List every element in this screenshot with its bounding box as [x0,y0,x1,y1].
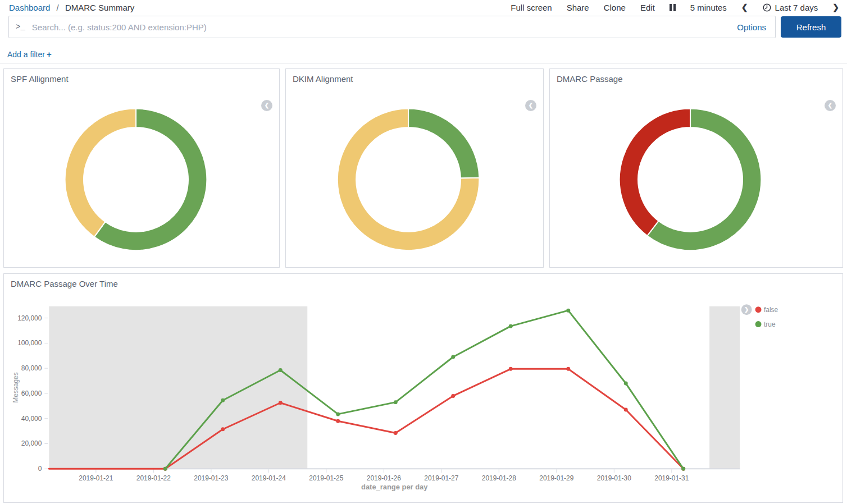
svg-text:true: true [764,320,776,328]
plus-icon: + [47,49,52,59]
legend-toggle-icon[interactable]: ❯ [741,304,752,315]
edit-button[interactable]: Edit [640,3,655,12]
data-point-true[interactable] [394,400,398,404]
y-tick-label: 120,000 [17,314,42,322]
search-box: >_ Options [8,16,776,38]
kibana-dashboard-page: Dashboard / DMARC Summary Full screen Sh… [0,0,847,504]
data-point-true[interactable] [451,355,455,359]
panel-dmarc-passage: DMARC Passage ❮ [549,68,843,268]
y-tick-label: 0 [38,465,42,473]
dashboard-actions: Full screen Share Clone Edit 5 minutes ❮… [511,3,839,12]
legend-toggle-icon[interactable]: ❮ [825,100,836,111]
time-range-label: Last 7 days [775,3,818,12]
share-button[interactable]: Share [567,3,589,12]
y-tick-label: 20,000 [21,439,42,447]
full-screen-button[interactable]: Full screen [511,3,552,12]
console-prompt-icon: >_ [9,22,32,31]
y-tick-label: 60,000 [21,390,42,397]
breadcrumb: Dashboard / DMARC Summary [9,3,134,12]
data-point-true[interactable] [221,398,225,402]
breadcrumb-dashboard-link[interactable]: Dashboard [9,3,50,12]
data-point-false[interactable] [336,419,340,423]
x-tick-label: 2019-01-30 [597,474,631,482]
data-point-true[interactable] [509,324,513,328]
top-bar: Dashboard / DMARC Summary Full screen Sh… [0,0,847,15]
legend-toggle-icon[interactable]: ❮ [525,100,536,111]
donut-slice-red[interactable] [620,109,690,236]
time-back-icon[interactable]: ❮ [741,3,748,12]
data-point-true[interactable] [566,309,570,313]
y-tick-label: 100,000 [17,339,42,347]
x-tick-label: 2019-01-26 [367,474,401,482]
x-tick-label: 2019-01-28 [482,474,516,482]
data-point-true[interactable] [624,382,628,386]
panel-dmarc-passage-over-time: DMARC Passage Over Time 2019-01-212019-0… [3,273,843,503]
y-tick-label: 80,000 [21,364,42,372]
data-point-false[interactable] [451,394,455,398]
data-point-true[interactable] [681,467,685,471]
svg-text:false: false [764,306,778,314]
panel-dkim-alignment: DKIM Alignment ❮ [285,68,544,268]
x-tick-label: 2019-01-21 [79,474,113,482]
x-tick-label: 2019-01-27 [424,474,458,482]
svg-text:❯: ❯ [744,306,749,313]
clock-icon [763,3,771,12]
time-range-shade [709,306,740,469]
dmarc-passage-over-time-line-chart: 2019-01-212019-01-222019-01-232019-01-24… [4,274,843,502]
x-tick-label: 2019-01-22 [136,474,171,482]
filter-bar: Add a filter+ [0,38,847,63]
data-point-true[interactable] [279,368,283,372]
legend-item-false[interactable]: false [755,306,778,314]
y-tick-label: 40,000 [21,415,42,423]
data-point-false[interactable] [279,401,283,405]
options-link[interactable]: Options [728,22,775,32]
y-axis-title: Messages [12,372,20,402]
panel-spf-alignment: SPF Allignment ❮ [3,68,280,268]
donut-slice-yellow[interactable] [65,109,136,237]
dmarc-passage-donut-chart [550,69,843,267]
query-bar: >_ Options Refresh [0,15,847,38]
data-point-true[interactable] [163,467,167,471]
time-range-picker[interactable]: Last 7 days [763,3,818,12]
x-tick-label: 2019-01-29 [539,474,573,482]
x-tick-label: 2019-01-25 [309,474,343,482]
breadcrumb-separator: / [57,3,59,12]
data-point-false[interactable] [509,367,513,371]
data-point-false[interactable] [624,408,628,412]
add-filter-button[interactable]: Add a filter+ [7,50,52,59]
chart-legend: ❯falsetrue [741,304,778,328]
legend-toggle-icon[interactable]: ❮ [261,100,272,111]
x-tick-label: 2019-01-23 [194,474,228,482]
pause-refresh-icon[interactable] [670,4,676,11]
search-input[interactable] [32,22,728,32]
data-point-false[interactable] [221,427,225,431]
refresh-interval-button[interactable]: 5 minutes [690,3,727,12]
x-axis-title: date_range per day [361,483,428,491]
refresh-button[interactable]: Refresh [781,16,841,38]
page-title: DMARC Summary [65,3,134,12]
spf-alignment-donut-chart [4,69,279,267]
x-tick-label: 2019-01-24 [252,474,286,482]
time-forward-icon[interactable]: ❯ [832,3,839,12]
data-point-false[interactable] [394,431,398,435]
data-point-true[interactable] [336,412,340,416]
dkim-alignment-donut-chart [286,69,543,267]
donut-slice-green[interactable] [408,109,479,178]
time-range-shade [49,306,307,469]
x-tick-label: 2019-01-31 [654,474,689,482]
legend-item-true[interactable]: true [755,320,776,328]
data-point-false[interactable] [566,367,570,371]
clone-button[interactable]: Clone [604,3,626,12]
